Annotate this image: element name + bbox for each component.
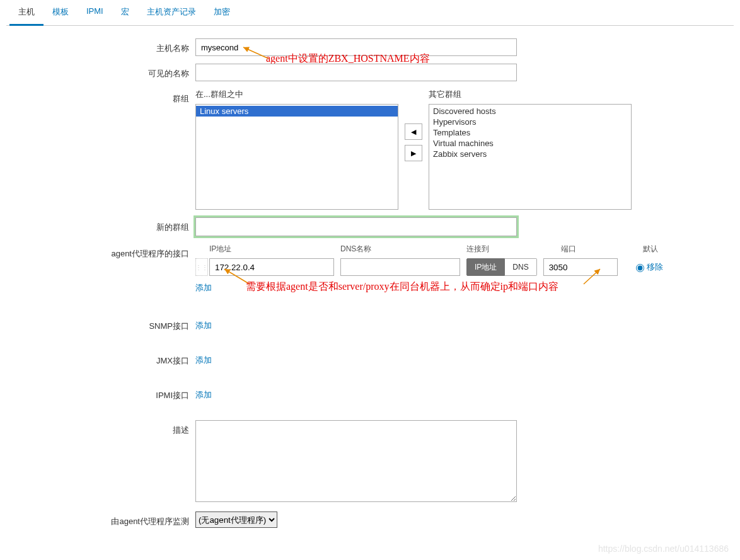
label-new-group: 新的群组 — [6, 217, 195, 233]
label-ipmi-iface: IPMI接口 — [6, 386, 195, 401]
triangle-right-icon: ▶ — [411, 149, 416, 157]
label-agent-iface: agent代理程序的接口 — [6, 244, 195, 260]
list-item[interactable]: Templates — [429, 127, 631, 138]
new-group-input[interactable] — [195, 217, 517, 236]
connect-to-toggle: IP地址 DNS — [466, 258, 537, 276]
tabs-bar: 主机 模板 IPMI 宏 主机资产记录 加密 — [6, 0, 734, 26]
add-ipmi-iface-link[interactable]: 添加 — [195, 389, 212, 401]
label-groups: 群组 — [6, 89, 195, 105]
list-item[interactable]: Discovered hosts — [429, 106, 631, 117]
triangle-left-icon: ◀ — [411, 128, 416, 136]
label-monitored-by: 由agent代理程序监测 — [6, 511, 195, 527]
agent-ip-input[interactable] — [209, 258, 334, 276]
label-hostname: 主机名称 — [6, 38, 195, 54]
visible-name-input[interactable] — [195, 64, 517, 81]
label-description: 描述 — [6, 420, 195, 436]
header-ip: IP地址 — [209, 244, 340, 254]
list-item[interactable]: Hypervisors — [429, 117, 631, 127]
header-port: 端口 — [561, 244, 643, 254]
drag-handle-icon[interactable]: ⋮⋮ — [195, 258, 208, 276]
description-textarea[interactable] — [195, 420, 517, 502]
label-snmp-iface: SNMP接口 — [6, 316, 195, 332]
tab-ipmi[interactable]: IPMI — [78, 0, 112, 26]
move-left-button[interactable]: ◀ — [405, 123, 422, 140]
label-visible-name: 可见的名称 — [6, 64, 195, 79]
in-groups-listbox[interactable]: Linux servers — [195, 104, 398, 210]
connect-dns-button[interactable]: DNS — [505, 258, 536, 276]
list-item[interactable]: Linux servers — [196, 106, 398, 117]
tab-templates[interactable]: 模板 — [43, 0, 78, 26]
header-default: 默认 — [643, 244, 681, 254]
remove-iface-link[interactable]: 移除 — [647, 261, 663, 273]
move-right-button[interactable]: ▶ — [405, 145, 422, 161]
add-agent-iface-link[interactable]: 添加 — [195, 282, 212, 294]
tab-macros[interactable]: 宏 — [112, 0, 138, 26]
tab-inventory[interactable]: 主机资产记录 — [138, 0, 205, 26]
agent-dns-input[interactable] — [340, 258, 460, 276]
list-item[interactable]: Virtual machines — [429, 138, 631, 149]
label-in-groups: 在...群组之中 — [195, 89, 398, 100]
default-iface-radio[interactable] — [636, 264, 644, 272]
tab-encryption[interactable]: 加密 — [205, 0, 239, 26]
header-dns: DNS名称 — [340, 244, 466, 254]
add-jmx-iface-link[interactable]: 添加 — [195, 355, 212, 366]
tab-host[interactable]: 主机 — [9, 0, 43, 26]
list-item[interactable]: Zabbix servers — [429, 149, 631, 159]
agent-port-input[interactable] — [543, 258, 618, 276]
label-other-groups: 其它群组 — [429, 89, 632, 100]
label-jmx-iface: JMX接口 — [6, 351, 195, 367]
other-groups-listbox[interactable]: Discovered hosts Hypervisors Templates V… — [429, 104, 632, 210]
proxy-select[interactable]: (无agent代理程序) — [195, 511, 277, 528]
header-connect: 连接到 — [466, 244, 561, 254]
connect-ip-button[interactable]: IP地址 — [466, 258, 505, 276]
hostname-input[interactable] — [195, 38, 517, 56]
add-snmp-iface-link[interactable]: 添加 — [195, 320, 212, 331]
annotation-iface: 需要根据agent是否和server/proxy在同台机器上，从而确定ip和端口… — [246, 280, 558, 294]
